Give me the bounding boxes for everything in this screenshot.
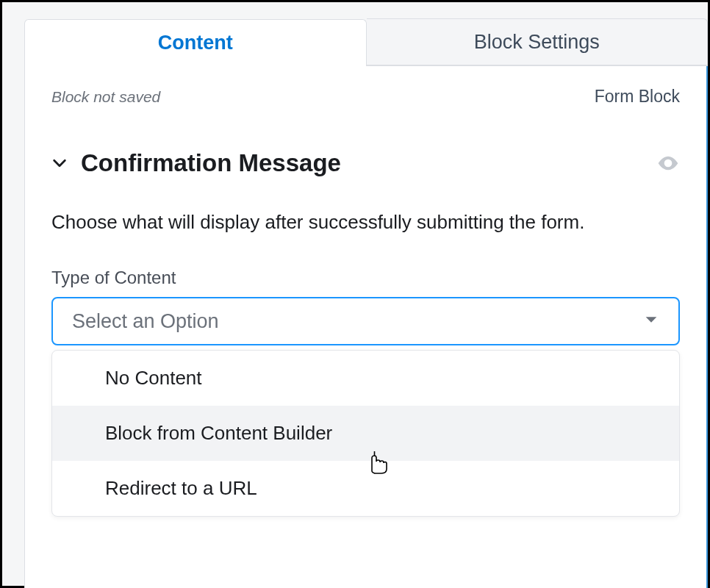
- chevron-down-icon: [51, 155, 68, 171]
- tab-content-label: Content: [158, 32, 233, 54]
- status-row: Block not saved Form Block: [51, 87, 680, 107]
- tab-content[interactable]: Content: [24, 19, 367, 66]
- panel-frame: Content Block Settings Block not saved F…: [0, 0, 710, 588]
- option-block-from-content-builder[interactable]: Block from Content Builder: [52, 406, 679, 461]
- option-label: No Content: [105, 367, 202, 389]
- section-header[interactable]: Confirmation Message: [51, 149, 680, 177]
- option-no-content[interactable]: No Content: [52, 351, 679, 406]
- type-of-content-dropdown: No Content Block from Content Builder Re…: [51, 350, 680, 517]
- panel-area: Content Block Settings Block not saved F…: [24, 18, 708, 588]
- type-of-content-select[interactable]: Select an Option: [51, 297, 680, 345]
- select-placeholder: Select an Option: [72, 310, 643, 333]
- tab-block-settings[interactable]: Block Settings: [367, 18, 709, 65]
- save-status: Block not saved: [51, 88, 160, 106]
- tabs: Content Block Settings: [24, 18, 708, 66]
- block-type-label: Form Block: [595, 87, 680, 107]
- option-redirect-to-url[interactable]: Redirect to a URL: [52, 461, 679, 516]
- section-description: Choose what will display after successfu…: [51, 209, 680, 235]
- caret-down-icon: [643, 312, 659, 331]
- eye-icon[interactable]: [656, 151, 680, 175]
- field-label-type-of-content: Type of Content: [51, 268, 680, 288]
- tab-block-settings-label: Block Settings: [474, 31, 600, 54]
- svg-point-0: [666, 161, 670, 165]
- section-title: Confirmation Message: [81, 149, 643, 177]
- tab-panel-content: Block not saved Form Block Confirmation …: [24, 66, 708, 588]
- option-label: Redirect to a URL: [105, 477, 257, 499]
- option-label: Block from Content Builder: [105, 422, 332, 444]
